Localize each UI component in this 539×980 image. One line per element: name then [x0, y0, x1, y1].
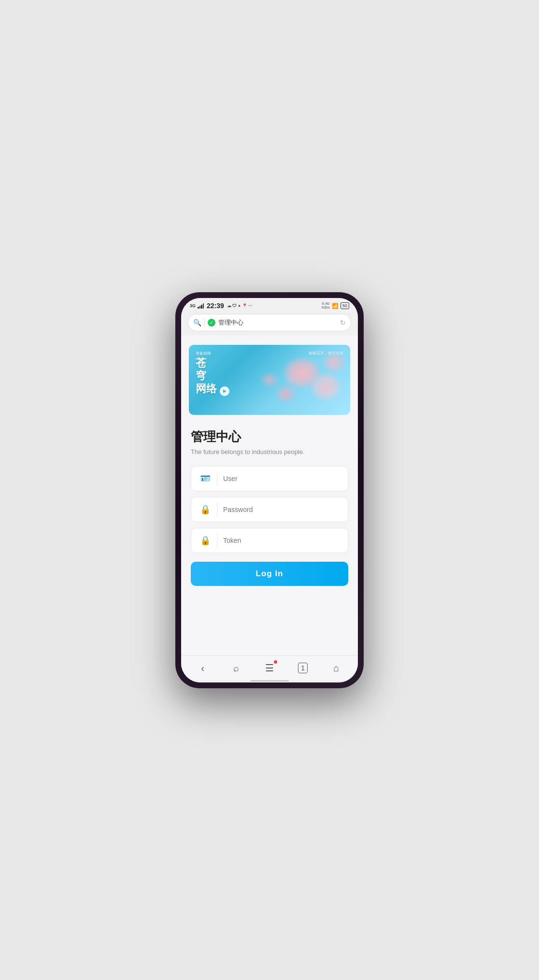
page-content: 准备就绪 苍 穹 网络 ▶ 春暖花开，善尽甘来 管理中心 The future …	[181, 335, 358, 655]
banner-image: 准备就绪 苍 穹 网络 ▶ 春暖花开，善尽甘来	[189, 345, 350, 415]
speed-indicator: 6.40KB/s	[322, 302, 330, 311]
menu-button[interactable]: ☰	[259, 657, 280, 679]
menu-notification-dot	[274, 660, 277, 664]
search-nav-icon: ⌕	[233, 663, 239, 674]
status-system-icons: ☁ 🛡 ● 📍 ···	[227, 303, 252, 308]
login-button[interactable]: Log In	[191, 562, 348, 586]
password-lock-icon: 🔒	[200, 504, 211, 515]
home-button[interactable]: ⌂	[326, 657, 347, 679]
address-bar-wrap: 🔍 ✓ 管理中心 ↻	[181, 312, 358, 335]
status-right: 6.40KB/s 📶 50	[322, 302, 349, 311]
security-check-icon: ✓	[210, 320, 213, 325]
user-icon-wrap: 🪪	[193, 471, 217, 486]
address-search-icon: 🔍	[193, 319, 201, 327]
page-title: 管理中心	[191, 428, 348, 445]
phone-screen: 3G 22:39 ☁ 🛡 ● 📍 ··· 6.40KB/s 📶 50	[181, 298, 358, 682]
menu-icon: ☰	[265, 662, 274, 674]
banner-title: 苍 穹 网络 ▶	[196, 357, 343, 396]
address-url[interactable]: 管理中心	[218, 318, 337, 327]
token-icon-wrap: 🔒	[193, 533, 217, 548]
signal-bar-3	[201, 305, 202, 309]
back-button[interactable]: ‹	[192, 657, 213, 679]
wifi-icon: 📶	[332, 303, 339, 309]
token-lock-icon: 🔒	[200, 535, 211, 546]
status-time: 22:39	[207, 302, 224, 310]
bottom-nav: ‹ ⌕ ☰ 1 ⌂	[181, 655, 358, 681]
banner-title-line2: 穹	[196, 369, 206, 382]
token-input-group: 🔒	[191, 528, 348, 553]
back-icon: ‹	[201, 663, 204, 674]
page-subtitle: The future belongs to industrious people…	[191, 448, 348, 455]
home-indicator	[181, 681, 358, 682]
banner-tagline: 春暖花开，善尽甘来	[309, 351, 343, 356]
user-input[interactable]	[217, 475, 346, 483]
security-badge: ✓	[208, 319, 215, 327]
battery-indicator: 50	[340, 302, 349, 309]
signal-bar-2	[199, 306, 201, 309]
signal-bar-1	[198, 307, 199, 309]
address-divider	[204, 318, 205, 327]
home-icon: ⌂	[333, 663, 339, 674]
banner-play-icon[interactable]: ▶	[220, 386, 229, 396]
status-left: 3G 22:39 ☁ 🛡 ● 📍 ···	[190, 302, 252, 310]
address-bar[interactable]: 🔍 ✓ 管理中心 ↻	[188, 314, 351, 331]
signal-bars	[198, 303, 204, 309]
tab-icon: 1	[298, 663, 308, 673]
user-input-group: 🪪	[191, 466, 348, 491]
login-section: 管理中心 The future belongs to industrious p…	[189, 428, 350, 586]
phone-frame: 3G 22:39 ☁ 🛡 ● 📍 ··· 6.40KB/s 📶 50	[175, 292, 364, 688]
network-type: 3G	[190, 303, 196, 308]
status-bar: 3G 22:39 ☁ 🛡 ● 📍 ··· 6.40KB/s 📶 50	[181, 298, 358, 312]
tab-button[interactable]: 1	[292, 657, 313, 679]
signal-bar-4	[203, 303, 204, 309]
battery-level: 50	[342, 303, 347, 308]
password-input-group: 🔒	[191, 497, 348, 522]
token-input[interactable]	[217, 537, 346, 544]
banner-title-line3: 网络	[196, 383, 217, 395]
user-icon: 🪪	[200, 473, 211, 484]
banner-title-line1: 苍	[196, 357, 206, 369]
search-button[interactable]: ⌕	[226, 657, 247, 679]
home-indicator-bar	[250, 680, 289, 682]
password-icon-wrap: 🔒	[193, 502, 217, 517]
password-input[interactable]	[217, 506, 346, 513]
reload-icon[interactable]: ↻	[340, 319, 346, 327]
